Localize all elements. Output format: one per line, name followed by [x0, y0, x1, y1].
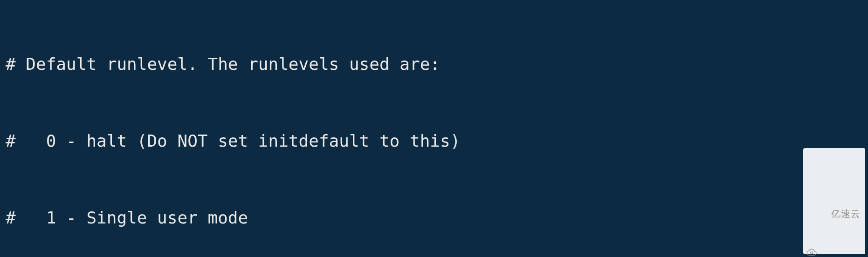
terminal-view: # Default runlevel. The runlevels used a…	[0, 0, 868, 257]
config-line: # Default runlevel. The runlevels used a…	[6, 51, 862, 77]
watermark-text: 亿速云	[831, 209, 861, 219]
config-line: # 1 - Single user mode	[6, 205, 862, 230]
svg-point-0	[811, 252, 813, 254]
cloud-icon	[806, 197, 817, 205]
watermark-badge: 亿速云	[803, 148, 865, 254]
config-line: # 0 - halt (Do NOT set initdefault to th…	[6, 128, 862, 154]
